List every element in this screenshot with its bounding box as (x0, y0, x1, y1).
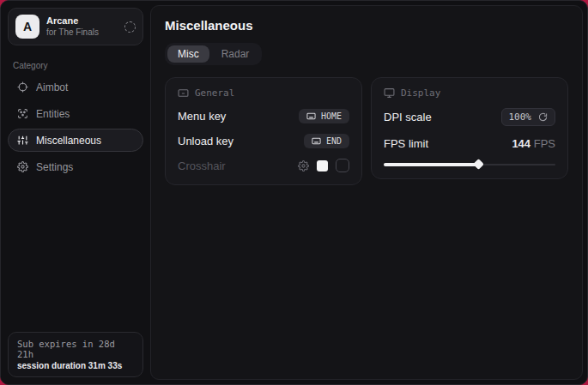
unload-key-row: Unload key END (178, 133, 349, 148)
refresh-icon[interactable] (538, 112, 548, 122)
sidebar-item-label: Entities (36, 108, 70, 120)
sidebar-item-label: Settings (36, 161, 73, 173)
crosshair-row: Crosshair (178, 158, 349, 173)
main-panel: Miscellaneous Misc Radar General Menu ke… (150, 5, 583, 380)
sidebar-item-label: Miscellaneous (36, 135, 101, 147)
sliders-icon (17, 135, 28, 146)
app-window: A Arcane for The Finals Category Aimbot … (0, 0, 588, 385)
dpi-scale-row: DPI scale 100% (384, 108, 555, 126)
keyboard-icon (178, 87, 189, 99)
dpi-scale-label: DPI scale (384, 111, 432, 123)
sidebar-item-aimbot[interactable]: Aimbot (8, 75, 143, 99)
menu-key-bind-button[interactable]: HOME (299, 109, 349, 123)
slider-fill (384, 163, 478, 166)
cards-grid: General Menu key HOME Unload key (165, 77, 568, 185)
display-card-title: Display (401, 87, 440, 99)
gear-icon (17, 161, 28, 172)
general-card: General Menu key HOME Unload key (165, 77, 362, 185)
fps-limit-slider[interactable] (384, 161, 555, 167)
brand-texts: Arcane for The Finals (46, 15, 118, 38)
unload-key-value: END (326, 136, 342, 146)
session-duration-text: session duration 31m 33s (17, 361, 134, 370)
brand-subtitle: for The Finals (46, 27, 118, 39)
display-card: Display DPI scale 100% FPS limit 144 FPS (371, 77, 568, 179)
sidebar-item-miscellaneous[interactable]: Miscellaneous (8, 129, 143, 152)
tab-misc[interactable]: Misc (167, 45, 209, 63)
crosshair-controls (298, 159, 349, 172)
keyboard-icon (312, 136, 321, 146)
sidebar-item-entities[interactable]: Entities (8, 102, 143, 125)
keyboard-icon (306, 111, 316, 121)
unload-key-label: Unload key (178, 135, 233, 147)
subscription-info-box: Sub expires in 28d 21h session duration … (8, 332, 143, 377)
menu-key-label: Menu key (178, 110, 226, 123)
menu-key-value: HOME (321, 111, 342, 121)
category-nav: Aimbot Entities Miscellaneous Settings (1, 75, 150, 178)
crosshair-icon (17, 81, 28, 93)
page-title: Miscellaneous (165, 18, 568, 33)
status-dashed-circle-icon[interactable] (124, 21, 136, 33)
sidebar: A Arcane for The Finals Category Aimbot … (1, 1, 150, 384)
entities-icon (17, 108, 28, 119)
crosshair-color-swatch[interactable] (317, 160, 328, 171)
crosshair-settings-gear-icon[interactable] (298, 160, 309, 171)
category-label: Category (13, 61, 138, 70)
tab-radar[interactable]: Radar (211, 45, 260, 63)
unload-key-bind-button[interactable]: END (304, 134, 349, 148)
menu-key-row: Menu key HOME (178, 108, 349, 123)
fps-limit-value: 144 FPS (512, 137, 555, 150)
general-card-title: General (195, 87, 234, 99)
sidebar-item-settings[interactable]: Settings (8, 155, 143, 178)
fps-limit-label: FPS limit (384, 137, 428, 150)
crosshair-label: Crosshair (178, 159, 226, 172)
avatar: A (15, 15, 39, 39)
crosshair-checkbox[interactable] (336, 159, 349, 172)
sub-expiry-text: Sub expires in 28d 21h (17, 339, 134, 359)
dpi-scale-value: 100% (509, 111, 532, 123)
dpi-scale-input[interactable]: 100% (501, 108, 556, 126)
fps-unit: FPS (534, 137, 555, 150)
fps-limit-row: FPS limit 144 FPS (384, 135, 555, 151)
slider-thumb[interactable] (473, 159, 484, 170)
general-card-header: General (178, 87, 349, 99)
sidebar-item-label: Aimbot (36, 81, 68, 93)
brand-title: Arcane (46, 15, 118, 27)
brand-card: A Arcane for The Finals (8, 8, 143, 45)
tab-bar: Misc Radar (165, 43, 262, 65)
display-card-header: Display (384, 87, 555, 99)
monitor-icon (384, 87, 395, 99)
